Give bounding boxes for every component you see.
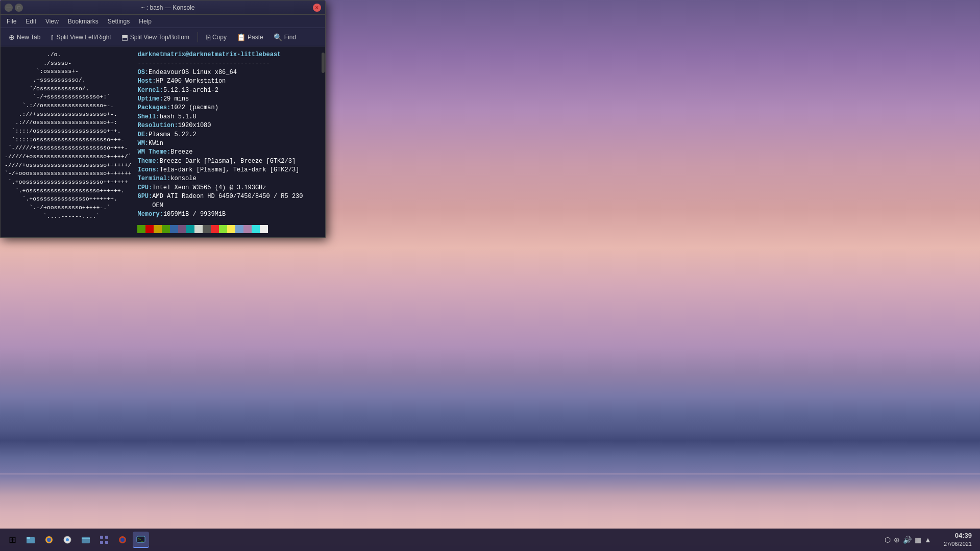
taskbar-apps[interactable]: [96, 532, 112, 548]
menu-bookmarks[interactable]: Bookmarks: [64, 17, 103, 26]
clock-date: 27/06/2021: [944, 540, 972, 548]
color-swatch: [243, 225, 252, 233]
menu-edit[interactable]: Edit: [21, 17, 40, 26]
maximize-button[interactable]: □: [15, 4, 23, 12]
find-icon: 🔍: [274, 33, 282, 41]
copy-icon: ⎘: [206, 33, 210, 41]
find-button[interactable]: 🔍 Find: [270, 31, 300, 43]
info-line: Kernel: 5.12.13-arch1-2: [137, 86, 317, 95]
info-lines-container: OS: EndeavourOS Linux x86_64Host: HP Z40…: [137, 68, 317, 219]
svg-rect-6: [82, 537, 90, 543]
scrollbar-thumb[interactable]: [322, 53, 325, 73]
menu-file[interactable]: File: [3, 17, 20, 26]
taskbar-right: ⬡ ⊕ 🔊 ▦ ▲ 04:39 27/06/2021: [880, 531, 976, 548]
tray-location-icon[interactable]: ⊕: [894, 536, 900, 544]
terminal-content: ./o. ./sssso- `:osssssss+- .+sssssssssso…: [1, 46, 325, 237]
taskbar: ⊞ >_ ⬡: [0, 529, 980, 551]
info-line: OS: EndeavourOS Linux x86_64: [137, 68, 317, 77]
menu-settings[interactable]: Settings: [104, 17, 134, 26]
svg-rect-10: [100, 541, 103, 544]
desktop: — □ ~ : bash — Konsole ✕ File Edit View …: [0, 0, 980, 551]
ascii-art: ./o. ./sssso- `:osssssss+- .+sssssssssso…: [1, 46, 133, 237]
info-line: Memory: 1059MiB / 9939MiB: [137, 210, 317, 219]
info-username: darknetmatrix@darknetmatrix-littlebeast: [137, 51, 281, 59]
menu-view[interactable]: View: [41, 17, 63, 26]
color-swatch: [145, 225, 154, 233]
svg-point-3: [47, 538, 51, 542]
info-line: GPU: AMD ATI Radeon HD 6450/7450/8450 / …: [137, 192, 317, 210]
svg-point-5: [66, 538, 69, 541]
color-swatch: [211, 225, 219, 233]
color-swatch: [219, 225, 227, 233]
color-swatches: [137, 225, 317, 233]
svg-rect-9: [105, 536, 108, 539]
split-tb-icon: ⬒: [121, 33, 128, 41]
taskbar-firefox-dev[interactable]: [114, 532, 131, 548]
tray-overflow-icon[interactable]: ▲: [924, 536, 932, 544]
color-swatch: [137, 225, 145, 233]
color-swatch: [235, 225, 243, 233]
color-swatch: [178, 225, 186, 233]
info-line: WM Theme: Breeze: [137, 148, 317, 157]
taskbar-firefox[interactable]: [41, 532, 57, 548]
color-swatch: [154, 225, 162, 233]
svg-point-13: [120, 538, 125, 542]
color-swatch: [203, 225, 211, 233]
copy-button[interactable]: ⎘ Copy: [202, 31, 231, 43]
svg-rect-8: [100, 536, 103, 539]
info-separator-line: ------------------------------------: [137, 59, 317, 68]
tray-display-icon[interactable]: ▦: [915, 536, 921, 544]
info-username-line: darknetmatrix@darknetmatrix-littlebeast: [137, 51, 317, 59]
info-line: WM: KWin: [137, 139, 317, 148]
taskbar-left: ⊞ >_: [4, 532, 880, 548]
info-line: Uptime: 29 mins: [137, 95, 317, 104]
minimize-button[interactable]: —: [5, 4, 13, 12]
color-swatch: [252, 225, 260, 233]
tray-volume-icon[interactable]: 🔊: [903, 536, 912, 544]
info-line: Shell: bash 5.1.8: [137, 113, 317, 121]
svg-text:>_: >_: [138, 537, 143, 542]
color-swatch: [162, 225, 170, 233]
info-line: DE: Plasma 5.22.2: [137, 131, 317, 139]
clock-time: 04:39: [955, 531, 972, 540]
taskbar-system-tray: ⬡ ⊕ 🔊 ▦ ▲: [880, 536, 936, 544]
toolbar-separator: [198, 32, 198, 42]
taskbar-chromium[interactable]: [59, 532, 76, 548]
new-tab-icon: ⊕: [9, 33, 15, 41]
new-tab-button[interactable]: ⊕ New Tab: [5, 31, 44, 43]
info-line: Terminal: konsole: [137, 174, 317, 183]
color-swatch: [186, 225, 194, 233]
paste-button[interactable]: 📋 Paste: [233, 31, 267, 43]
tray-network-icon[interactable]: ⬡: [885, 536, 891, 544]
info-line: Packages: 1022 (pacman): [137, 104, 317, 112]
info-line: Icons: Tela-dark [Plasma], Tela-dark [GT…: [137, 166, 317, 174]
info-separator: ------------------------------------: [137, 59, 270, 68]
scrollbar[interactable]: [321, 46, 325, 237]
taskbar-dolphin[interactable]: [78, 532, 94, 548]
menu-bar: File Edit View Bookmarks Settings Help: [1, 15, 325, 28]
title-bar: — □ ~ : bash — Konsole ✕: [1, 1, 325, 15]
taskbar-clock[interactable]: 04:39 27/06/2021: [940, 531, 976, 548]
svg-rect-11: [105, 541, 108, 544]
info-line: Host: HP Z400 Workstation: [137, 77, 317, 86]
split-lr-button[interactable]: ⫿ Split View Left/Right: [46, 31, 115, 43]
menu-help[interactable]: Help: [135, 17, 156, 26]
color-swatch: [227, 225, 235, 233]
paste-icon: 📋: [237, 33, 246, 41]
svg-rect-1: [27, 537, 30, 539]
taskbar-terminal[interactable]: >_: [133, 532, 149, 548]
toolbar: ⊕ New Tab ⫿ Split View Left/Right ⬒ Spli…: [1, 28, 325, 46]
split-tb-button[interactable]: ⬒ Split View Top/Bottom: [117, 31, 193, 43]
sys-info: darknetmatrix@darknetmatrix-littlebeast …: [133, 46, 321, 237]
info-line: CPU: Intel Xeon W3565 (4) @ 3.193GHz: [137, 184, 317, 192]
info-line: Resolution: 980x551: [137, 121, 317, 130]
taskbar-app-menu[interactable]: ⊞: [4, 532, 20, 548]
info-line: Theme: Breeze Dark [Plasma], Breeze [GTK…: [137, 157, 317, 166]
window-title: ~ : bash — Konsole: [23, 4, 313, 11]
split-lr-icon: ⫿: [51, 33, 54, 41]
color-swatch: [170, 225, 178, 233]
taskbar-files[interactable]: [22, 532, 39, 548]
color-swatch: [194, 225, 203, 233]
konsole-window: — □ ~ : bash — Konsole ✕ File Edit View …: [0, 0, 326, 238]
close-button[interactable]: ✕: [313, 4, 321, 12]
